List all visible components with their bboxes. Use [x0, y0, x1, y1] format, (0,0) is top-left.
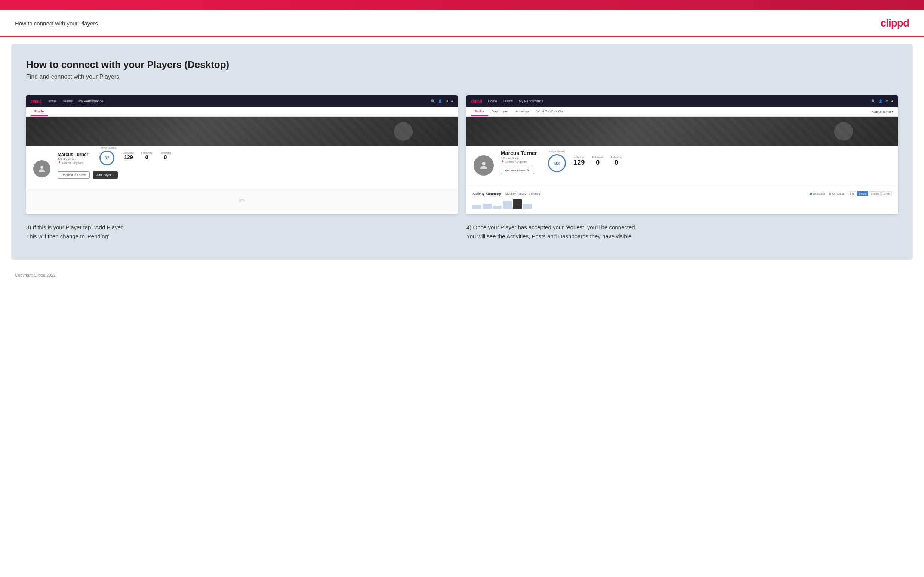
settings-icon-left[interactable]: ⚙ [445, 99, 448, 103]
mock-tabs-right: Profile Dashboard Activities What To Wor… [467, 107, 898, 116]
period-1mth[interactable]: 1 mth [881, 191, 892, 196]
period-6mths[interactable]: 6 mths [857, 191, 868, 196]
player-handicap-right: 1-5 Handicap [501, 156, 537, 160]
player-location-right: 📍 United Kingdom [501, 160, 537, 164]
profile-icon-left[interactable]: ● [451, 99, 453, 103]
player-location-left: 📍 United Kingdom [58, 161, 88, 165]
activity-summary-section: Activity Summary Monthly Activity · 6 Mo… [467, 187, 898, 214]
player-name-left: Marcus Turner [58, 152, 88, 157]
nav-icons-left: 🔍 👤 ⚙ ● [431, 99, 453, 103]
off-course-dot [829, 193, 831, 195]
screenshot-left: clippd Home Teams My Performance 🔍 👤 ⚙ ●… [26, 95, 457, 241]
settings-icon-right[interactable]: ⚙ [885, 99, 888, 103]
stat-followers-left: Followers 0 [141, 152, 152, 160]
period-buttons: 1 yr 6 mths 3 mths 1 mth [848, 191, 892, 196]
mock-profile-left: Marcus Turner 1-5 Handicap 📍 United King… [26, 139, 457, 189]
mock-logo-right: clippd [471, 99, 482, 103]
bar-1 [472, 205, 481, 209]
logo: clippd [880, 17, 909, 29]
add-player-button[interactable]: Add Player + [93, 171, 118, 179]
avatar-right [472, 154, 495, 177]
svg-point-1 [482, 162, 485, 166]
nav-home-left[interactable]: Home [47, 99, 57, 103]
edit-icon-left: ✏ [239, 197, 245, 205]
period-3mths[interactable]: 3 mths [869, 191, 880, 196]
player-dropdown-right[interactable]: Marcus Turner ▾ [872, 110, 893, 114]
mock-screen-right: clippd Home Teams My Performance 🔍 👤 ⚙ ●… [467, 95, 898, 214]
main-content: How to connect with your Players (Deskto… [11, 44, 913, 259]
activity-title: Activity Summary [472, 192, 501, 196]
bar-2 [483, 203, 491, 209]
mock-screen-left: clippd Home Teams My Performance 🔍 👤 ⚙ ●… [26, 95, 457, 214]
nav-performance-right[interactable]: My Performance [519, 99, 543, 103]
request-follow-button[interactable]: Request to Follow [58, 171, 90, 179]
tab-profile-left[interactable]: Profile [31, 107, 48, 116]
caption-left: 3) If this is your Player tap, 'Add Play… [26, 223, 457, 241]
bar-4 [503, 201, 512, 209]
tab-activities-right[interactable]: Activities [512, 107, 533, 116]
remove-player-button[interactable]: Remove Player ✕ [501, 166, 534, 174]
caption-right: 4) Once your Player has accepted your re… [467, 223, 898, 241]
stat-following-right: Following 0 [611, 156, 622, 166]
quality-circle-left: 92 [99, 150, 115, 166]
tab-dashboard-right[interactable]: Dashboard [488, 107, 512, 116]
close-icon: ✕ [527, 168, 530, 172]
svg-point-0 [40, 166, 44, 169]
tab-profile-right[interactable]: Profile [471, 107, 488, 116]
stats-right: Player Quality 92 Activities [548, 150, 622, 172]
period-1yr[interactable]: 1 yr [848, 191, 856, 196]
tab-what-to-work-on-right[interactable]: What To Work On [533, 107, 567, 116]
stat-activities-right: Activities 129 [573, 156, 585, 166]
main-subtitle: Find and connect with your Players [26, 74, 898, 80]
chevron-down-icon: ▾ [892, 110, 893, 114]
nav-teams-right[interactable]: Teams [503, 99, 513, 103]
search-icon-right[interactable]: 🔍 [871, 99, 876, 103]
screenshot-right: clippd Home Teams My Performance 🔍 👤 ⚙ ●… [467, 95, 898, 241]
mock-logo-left: clippd [31, 99, 42, 103]
profile-icon-right[interactable]: ● [892, 99, 893, 103]
user-icon-left[interactable]: 👤 [438, 99, 442, 103]
mock-nav-left: clippd Home Teams My Performance 🔍 👤 ⚙ ● [26, 95, 457, 107]
header: How to connect with your Players clippd [0, 10, 924, 37]
user-icon-right[interactable]: 👤 [879, 99, 882, 103]
nav-home-right[interactable]: Home [488, 99, 497, 103]
legend-off-course: Off course [829, 192, 844, 195]
stats-left: Player Quality 92 Activities [99, 147, 171, 166]
main-title: How to connect with your Players (Deskto… [26, 59, 898, 71]
top-bar [0, 0, 924, 10]
legend-on-course: On course [809, 192, 825, 195]
bar-3 [493, 206, 502, 209]
search-icon-left[interactable]: 🔍 [431, 99, 435, 103]
stat-following-left: Following 0 [160, 152, 171, 160]
nav-teams-left[interactable]: Teams [62, 99, 73, 103]
hero-banner-right [467, 116, 898, 147]
quality-circle-right: 92 [548, 154, 566, 172]
activity-header: Activity Summary Monthly Activity · 6 Mo… [472, 191, 892, 196]
stat-followers-right: Followers 0 [592, 156, 603, 166]
action-buttons-left: Request to Follow Add Player + [58, 171, 452, 179]
bar-5 [513, 200, 522, 209]
hero-banner-left [26, 116, 457, 147]
stat-quality-left: Player Quality 92 [99, 147, 116, 166]
activity-legend: On course Off course [809, 192, 844, 195]
copyright: Copyright Clippd 2022 [15, 273, 56, 277]
bottom-area-left: ✏ [26, 189, 457, 211]
activity-header-right: On course Off course 1 yr 6 mths 3 [809, 191, 892, 196]
screenshots-container: clippd Home Teams My Performance 🔍 👤 ⚙ ●… [26, 95, 898, 241]
activity-chart [472, 199, 892, 210]
activity-header-left: Activity Summary Monthly Activity · 6 Mo… [472, 192, 541, 196]
activity-period: Monthly Activity · 6 Months [506, 192, 541, 195]
nav-performance-left[interactable]: My Performance [79, 99, 103, 103]
nav-icons-right: 🔍 👤 ⚙ ● [871, 99, 893, 103]
avatar-left [32, 159, 52, 179]
stat-activities-left: Activities 129 [123, 152, 134, 160]
stat-quality-right: Player Quality 92 [548, 150, 566, 172]
player-handicap-left: 1-5 Handicap [58, 158, 88, 161]
page-title: How to connect with your Players [15, 20, 98, 26]
mock-nav-right: clippd Home Teams My Performance 🔍 👤 ⚙ ● [467, 95, 898, 107]
tab-group-right: Profile Dashboard Activities What To Wor… [471, 107, 567, 116]
footer: Copyright Clippd 2022 [0, 267, 924, 284]
bar-6 [523, 204, 532, 209]
player-name-right: Marcus Turner [501, 150, 537, 156]
mock-tabs-left: Profile [26, 107, 457, 116]
